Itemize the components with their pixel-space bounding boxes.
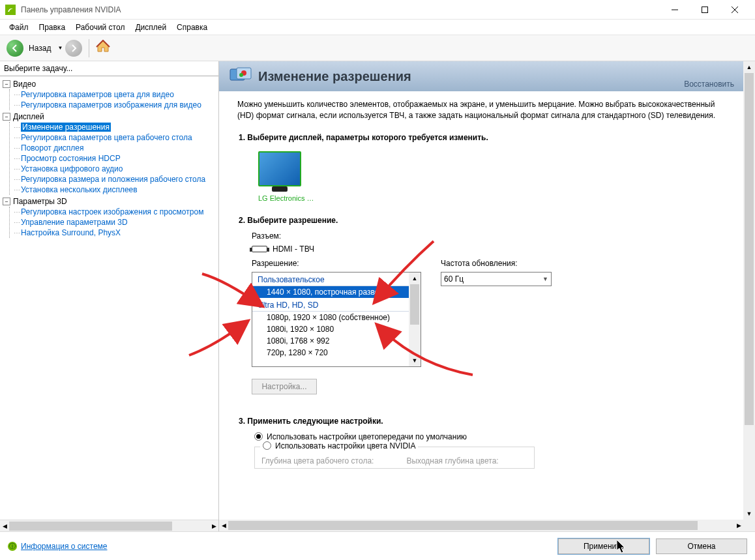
tree-toggle-video[interactable]: − xyxy=(3,80,10,88)
task-tree[interactable]: − Видео ⋯Регулировка параметров цвета дл… xyxy=(0,76,218,520)
monitor-thumbnail[interactable]: LG Electronics … xyxy=(258,151,314,202)
dropdown-icon: ▼ xyxy=(542,276,548,282)
refresh-rate-select[interactable]: 60 Гц ▼ xyxy=(441,272,552,286)
task-tree-panel: Выберите задачу... − Видео ⋯Регулировка … xyxy=(0,61,219,531)
res-item-1080i-1768[interactable]: 1080i, 1768 × 992 xyxy=(252,335,409,347)
scroll-down-icon[interactable]: ▼ xyxy=(409,355,421,366)
tree-item-display-0[interactable]: Изменение разрешения xyxy=(21,123,111,132)
tree-item-3d-0[interactable]: Регулировка настроек изображения с просм… xyxy=(21,207,203,216)
page-title: Изменение разрешения xyxy=(258,69,411,84)
cancel-button[interactable]: Отмена xyxy=(656,538,747,554)
res-group-custom: Пользовательское xyxy=(252,273,409,286)
nvidia-icon xyxy=(5,5,16,15)
resolution-vscrollbar[interactable]: ▲ ▼ xyxy=(409,273,421,366)
scroll-down-icon[interactable]: ▼ xyxy=(743,508,755,520)
scroll-up-icon[interactable]: ▲ xyxy=(743,61,755,73)
main-vscrollbar[interactable]: ▲ ▼ xyxy=(743,61,755,520)
customize-button[interactable]: Настройка... xyxy=(252,379,317,394)
tree-item-display-2[interactable]: Поворот дисплея xyxy=(21,143,84,153)
res-item-1080i-1920[interactable]: 1080i, 1920 × 1080 xyxy=(252,323,409,335)
back-dropdown-icon[interactable]: ▼ xyxy=(57,45,63,51)
scroll-thumb[interactable] xyxy=(410,284,419,325)
resolution-label: Разрешение: xyxy=(252,259,421,268)
refresh-label: Частота обновления: xyxy=(441,259,552,268)
minimize-button[interactable] xyxy=(660,0,690,20)
monitor-name: LG Electronics … xyxy=(258,194,314,202)
scroll-thumb[interactable] xyxy=(228,521,698,530)
radio-nvidia-color[interactable]: Использовать настройки цвета NVIDIA xyxy=(260,441,418,450)
refresh-value: 60 Гц xyxy=(444,274,464,284)
radio-icon xyxy=(254,432,263,441)
scroll-thumb[interactable] xyxy=(9,522,172,531)
tree-item-display-1[interactable]: Регулировка параметров цвета рабочего ст… xyxy=(21,133,192,142)
radio-default-color[interactable]: Использовать настройки цветопередачи по … xyxy=(254,432,724,441)
tree-item-display-5[interactable]: Регулировка размера и положения рабочего… xyxy=(21,175,205,184)
maximize-button[interactable] xyxy=(690,0,720,20)
step1-heading: 1. Выберите дисплей, параметры которого … xyxy=(239,133,724,142)
scroll-corner xyxy=(743,520,755,531)
svg-point-7 xyxy=(239,73,243,77)
menubar: Файл Правка Рабочий стол Дисплей Справка xyxy=(0,20,755,35)
output-depth-label: Выходная глубина цвета: xyxy=(406,456,498,465)
tree-toggle-display[interactable]: − xyxy=(3,113,10,121)
tree-item-video-1[interactable]: Регулировка параметров изображения для в… xyxy=(21,100,201,110)
sysinfo-link[interactable]: Информация о системе xyxy=(21,542,107,551)
menu-desktop[interactable]: Рабочий стол xyxy=(70,21,130,34)
menu-display[interactable]: Дисплей xyxy=(130,21,171,34)
tree-item-3d-2[interactable]: Настройка Surround, PhysX xyxy=(21,228,121,237)
step3-heading: 3. Применить следующие настройки. xyxy=(239,417,724,426)
tree-hscrollbar[interactable]: ◀ ▶ xyxy=(0,520,218,531)
tree-group-3d[interactable]: Параметры 3D xyxy=(13,197,67,206)
scroll-right-icon[interactable]: ▶ xyxy=(209,520,218,532)
toolbar-separator xyxy=(89,39,89,57)
hdmi-icon xyxy=(252,246,267,252)
radio-icon xyxy=(263,441,271,450)
back-button[interactable] xyxy=(7,40,23,57)
sysinfo-icon: ⓘ xyxy=(8,542,17,551)
radio-nvidia-label: Использовать настройки цвета NVIDIA xyxy=(275,441,415,450)
scroll-thumb[interactable] xyxy=(745,73,754,425)
forward-button[interactable] xyxy=(65,40,82,57)
radio-default-label: Использовать настройки цветопередачи по … xyxy=(267,432,467,441)
mouse-cursor-icon xyxy=(617,540,627,554)
main-panel: Изменение разрешения Восстановить Можно … xyxy=(219,61,755,531)
nvidia-color-fieldset: Использовать настройки цвета NVIDIA Глуб… xyxy=(254,447,535,469)
menu-file[interactable]: Файл xyxy=(4,21,34,34)
menu-edit[interactable]: Правка xyxy=(34,21,71,34)
tree-toggle-3d[interactable]: − xyxy=(3,198,10,205)
close-button[interactable] xyxy=(720,0,750,20)
scroll-right-icon[interactable]: ▶ xyxy=(734,520,743,531)
home-icon[interactable] xyxy=(96,40,110,56)
titlebar: Панель управления NVIDIA xyxy=(0,0,755,20)
footer: ⓘ Информация о системе Применить Отмена xyxy=(0,531,755,560)
menu-help[interactable]: Справка xyxy=(171,21,213,34)
tree-item-3d-1[interactable]: Управление параметрами 3D xyxy=(21,218,128,227)
scroll-up-icon[interactable]: ▲ xyxy=(409,273,421,284)
res-item-1080p[interactable]: 1080p, 1920 × 1080 (собственное) xyxy=(252,312,409,323)
res-item-720p[interactable]: 720p, 1280 × 720 xyxy=(252,347,409,359)
header-monitor-icon xyxy=(229,67,252,85)
tree-group-video[interactable]: Видео xyxy=(13,80,36,89)
scroll-left-icon[interactable]: ◀ xyxy=(0,520,9,532)
tree-header: Выберите задачу... xyxy=(0,61,218,76)
tree-item-display-4[interactable]: Установка цифрового аудио xyxy=(21,164,123,173)
scroll-left-icon[interactable]: ◀ xyxy=(219,520,228,531)
apply-button[interactable]: Применить xyxy=(558,538,649,554)
tree-item-video-0[interactable]: Регулировка параметров цвета для видео xyxy=(21,90,174,99)
tree-item-display-3[interactable]: Просмотр состояния HDCP xyxy=(21,154,121,163)
back-label[interactable]: Назад xyxy=(29,44,51,53)
step2-heading: 2. Выберите разрешение. xyxy=(239,216,724,225)
connector-label: Разъем: xyxy=(252,231,724,241)
main-hscrollbar[interactable]: ◀ ▶ xyxy=(219,520,743,531)
window-title: Панель управления NVIDIA xyxy=(21,5,660,14)
toolbar: Назад ▼ xyxy=(0,35,755,61)
monitor-icon xyxy=(258,151,301,186)
res-item-1440x1080[interactable]: 1440 × 1080, построчная развертка xyxy=(252,286,409,298)
tree-item-display-6[interactable]: Установка нескольких дисплеев xyxy=(21,185,138,194)
tree-group-display[interactable]: Дисплей xyxy=(13,112,44,121)
restore-link[interactable]: Восстановить xyxy=(684,80,734,89)
page-header: Изменение разрешения Восстановить xyxy=(219,61,743,91)
resolution-list[interactable]: Пользовательское 1440 × 1080, построчная… xyxy=(252,272,421,367)
connector-value: HDMI - ТВЧ xyxy=(273,244,314,254)
svg-rect-1 xyxy=(702,7,708,12)
